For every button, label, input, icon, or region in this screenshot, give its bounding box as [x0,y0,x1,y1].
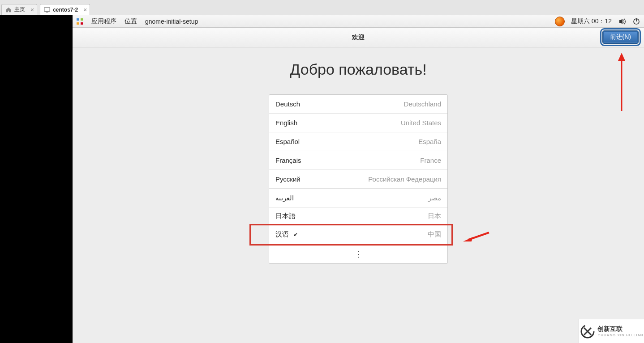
list-item[interactable]: Deutsch Deutschland [269,95,447,114]
list-item[interactable]: Русский Российская Федерация [269,170,447,189]
volume-icon[interactable] [618,17,626,25]
language-name: Русский [275,175,301,183]
list-item[interactable]: العربية مصر [269,189,447,208]
language-name: 汉语 [275,230,289,239]
notification-orange-icon[interactable] [555,17,565,26]
stage: Добро пожаловать! Deutsch Deutschland En… [73,47,644,343]
country-name: España [418,138,441,145]
svg-rect-0 [44,7,50,11]
datetime[interactable]: 星期六 00：12 [571,17,612,25]
menu-applications[interactable]: 应用程序 [91,17,116,25]
check-icon: ✔ [293,232,298,238]
next-button-label: 前进(N) [610,33,631,41]
list-item-selected[interactable]: 汉语 ✔ 中国 [250,225,452,245]
country-name: Российская Федерация [368,175,441,183]
more-languages-button[interactable]: ⋮ [269,245,447,263]
tab-home[interactable]: 主页 × [1,4,37,15]
tab-vm[interactable]: centos7-2 × [40,4,90,15]
language-name: English [275,119,297,127]
next-button[interactable]: 前进(N) [602,30,639,44]
menu-places[interactable]: 位置 [125,17,137,25]
page-title: 欢迎 [352,34,365,42]
svg-marker-10 [463,237,473,241]
list-item[interactable]: English United States [269,114,447,132]
header-bar: 欢迎 前进(N) [73,28,644,47]
vertical-dots-icon: ⋮ [354,249,362,259]
watermark-brand: 创新互联 [597,325,643,333]
annotation-arrow-left [463,231,490,241]
welcome-heading: Добро пожаловать! [73,47,644,78]
country-name: 日本 [428,212,441,220]
country-name: 中国 [428,230,441,239]
svg-rect-2 [81,18,83,21]
watermark-sub: CHUANG.XIN.HU.LIAN [597,333,643,337]
tab-vm-label: centos7-2 [53,7,78,13]
watermark-logo-icon [580,323,596,339]
language-name: 日本語 [275,212,296,220]
language-name: Español [275,138,300,145]
vm-monitor-icon [44,7,50,13]
active-app-name[interactable]: gnome-initial-setup [145,18,198,25]
svg-marker-8 [618,53,625,61]
country-name: France [420,157,441,164]
svg-rect-3 [77,22,79,25]
language-name: العربية [275,194,294,202]
svg-rect-1 [77,18,79,21]
svg-rect-4 [81,22,83,25]
list-item[interactable]: 日本語 日本 [269,208,447,225]
vm-tabs-bar: 主页 × centos7-2 × [0,3,644,15]
country-name: Deutschland [404,100,441,108]
country-name: مصر [428,194,441,202]
home-icon [5,7,12,13]
vm-screen: 应用程序 位置 gnome-initial-setup 星期六 00：12 欢迎… [73,15,644,343]
annotation-arrow-up [617,53,626,111]
list-item[interactable]: Español España [269,132,447,151]
apps-icon [76,18,83,25]
tab-home-label: 主页 [14,6,25,13]
watermark: 创新互联 CHUANG.XIN.HU.LIAN [579,319,644,343]
language-list: Deutsch Deutschland English United State… [269,94,448,264]
gnome-top-bar: 应用程序 位置 gnome-initial-setup 星期六 00：12 [73,15,644,28]
close-icon[interactable]: × [81,6,87,13]
language-name: Français [275,157,301,164]
close-icon[interactable]: × [28,6,34,13]
power-icon[interactable] [632,17,640,25]
country-name: United States [401,119,441,127]
list-item[interactable]: Français France [269,151,447,170]
language-name: Deutsch [275,100,300,108]
